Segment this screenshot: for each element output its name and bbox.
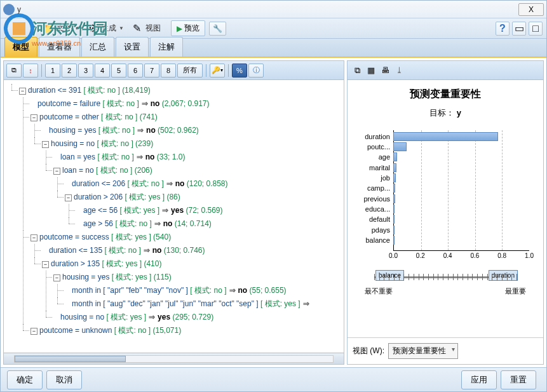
expand-toggle[interactable]: − xyxy=(53,274,60,281)
app-window: y X 河东软件园 www.pc0359.cn 📁 文件 ▼ ⚙ 生成 ▼ ✎ … xyxy=(0,0,547,392)
expand-toggle[interactable]: − xyxy=(42,141,49,148)
bar xyxy=(393,173,396,182)
level-8[interactable]: 8 xyxy=(161,64,176,78)
help-icon: ? xyxy=(499,23,506,34)
ok-button[interactable]: 确定 xyxy=(7,370,43,389)
expand-icon: ↕ xyxy=(29,67,32,74)
bar-label: poutc... xyxy=(367,143,393,151)
level-4[interactable]: 4 xyxy=(95,64,110,78)
tree-node[interactable]: housing = no [ 模式: yes ]⇒yes (295; 0.729… xyxy=(42,311,344,324)
cancel-button[interactable]: 取消 xyxy=(46,370,82,389)
tree-node[interactable]: −duration <= 391 [ 模式: no ] (18,419)pout… xyxy=(8,84,344,337)
preview-label: 预览 xyxy=(184,23,199,34)
expand-toggle[interactable]: − xyxy=(65,194,72,201)
tab-annotate[interactable]: 注解 xyxy=(150,37,183,57)
copy-icon: ⧉ xyxy=(11,66,17,74)
tree-node[interactable]: −poutcome = unknown [ 模式: no ] (15,071) xyxy=(19,324,344,337)
bar xyxy=(393,205,395,213)
bar-row: balance xyxy=(393,236,529,245)
watermark-url: www.pc0359.cn xyxy=(32,39,81,47)
chart-export-icon[interactable]: ⤓ xyxy=(393,65,405,76)
copy-button[interactable]: ⧉ xyxy=(6,64,22,78)
slider-min-box[interactable]: balance xyxy=(375,270,404,281)
expand-toggle[interactable]: − xyxy=(19,88,26,95)
info-button[interactable]: ⓘ xyxy=(248,64,264,78)
info-icon: ⓘ xyxy=(253,65,260,75)
expand-toggle[interactable]: − xyxy=(42,261,49,268)
horizontal-scrollbar[interactable] xyxy=(4,353,344,364)
expand-button[interactable]: ↕ xyxy=(23,64,38,78)
level-6[interactable]: 6 xyxy=(128,64,143,78)
tree-node[interactable]: month in [ "apr" "feb" "may" "nov" ] [ 模… xyxy=(53,284,344,297)
target-value: y xyxy=(457,108,461,118)
minimize-button[interactable]: ▭ xyxy=(512,22,526,36)
content-area: ⧉ ↕ 1 2 3 4 5 6 7 8 所有 🔑▾ % ⓘ −duration … xyxy=(1,58,546,367)
tree-node[interactable]: loan = yes [ 模式: no ]⇒no (33; 1.0) xyxy=(42,151,344,164)
tree-node[interactable]: duration <= 135 [ 模式: no ]⇒no (130; 0.74… xyxy=(30,244,344,257)
level-5[interactable]: 5 xyxy=(111,64,126,78)
slider-max-label: 最重要 xyxy=(505,287,526,296)
level-7[interactable]: 7 xyxy=(144,64,159,78)
tree-node[interactable]: −poutcome = other [ 模式: no ] (741)housin… xyxy=(19,111,344,231)
preview-button[interactable]: ▶ 预览 xyxy=(171,20,205,36)
tool-button[interactable]: 🔧 xyxy=(209,22,226,36)
bar-label: camp... xyxy=(367,184,393,192)
level-all[interactable]: 所有 xyxy=(177,64,203,78)
tree-node[interactable]: age <= 56 [ 模式: yes ]⇒yes (72; 0.569) xyxy=(65,204,344,217)
apply-button[interactable]: 应用 xyxy=(461,370,497,389)
bar xyxy=(393,152,397,161)
expand-toggle[interactable]: − xyxy=(30,114,37,121)
bar-row: pdays xyxy=(393,225,529,234)
level-1[interactable]: 1 xyxy=(45,64,60,78)
chart-table-icon[interactable]: ▦ xyxy=(365,65,377,76)
chart-toolbar: ⧉ ▦ 🖶 ⤓ xyxy=(348,61,543,80)
watermark: 河东软件园 www.pc0359.cn xyxy=(3,13,108,44)
watermark-logo xyxy=(3,13,35,44)
tree-node[interactable]: −poutcome = success [ 模式: yes ] (540)dur… xyxy=(19,231,344,324)
bar xyxy=(393,236,395,245)
bar xyxy=(393,215,395,224)
decision-tree[interactable]: −duration <= 391 [ 模式: no ] (18,419)pout… xyxy=(4,80,344,353)
bar-label: duration xyxy=(365,133,393,140)
bar xyxy=(393,184,395,193)
expand-toggle[interactable]: − xyxy=(30,328,37,335)
expand-toggle[interactable]: − xyxy=(53,168,60,175)
chart-copy-icon[interactable]: ⧉ xyxy=(351,65,363,76)
help-button[interactable]: ? xyxy=(496,22,510,36)
close-button[interactable]: X xyxy=(518,3,544,16)
tree-node[interactable]: −housing = no [ 模式: no ] (239)loan = yes… xyxy=(30,137,344,231)
tree-node[interactable]: −housing = yes [ 模式: yes ] (115)month in… xyxy=(42,271,344,311)
generate-dropdown-icon[interactable]: ▼ xyxy=(119,25,124,31)
maximize-button[interactable]: □ xyxy=(529,22,543,36)
tree-node[interactable]: −duration > 135 [ 模式: yes ] (410)−housin… xyxy=(30,257,344,324)
tree-node[interactable]: poutcome = failure [ 模式: no ]⇒no (2,067;… xyxy=(19,97,344,111)
menu-view[interactable]: 视图 xyxy=(145,23,161,34)
level-3[interactable]: 3 xyxy=(78,64,93,78)
tree-node[interactable]: housing = yes [ 模式: no ]⇒no (502; 0.962) xyxy=(30,124,344,137)
bar-label: previous xyxy=(363,195,393,203)
bar-row: marital xyxy=(393,163,529,172)
tree-node[interactable]: age > 56 [ 模式: no ]⇒no (14; 0.714) xyxy=(65,217,344,231)
view-selector: 视图 (W): 预测变量重要性 xyxy=(348,337,543,364)
level-2[interactable]: 2 xyxy=(62,64,77,78)
expand-toggle[interactable]: − xyxy=(30,234,37,241)
bar-label: job xyxy=(381,174,393,182)
target-label: 目标： xyxy=(429,108,454,118)
bar-row: poutc... xyxy=(393,142,529,151)
tree-node[interactable]: duration <= 206 [ 模式: no ]⇒no (120; 0.85… xyxy=(53,177,344,191)
tree-node[interactable]: month in [ "aug" "dec" "jan" "jul" "jun"… xyxy=(53,297,344,311)
bar-label: pdays xyxy=(372,226,393,234)
view-dropdown[interactable]: 预测变量重要性 xyxy=(388,343,458,359)
bar xyxy=(393,132,498,141)
tree-node[interactable]: −loan = no [ 模式: no ] (206)duration <= 2… xyxy=(42,164,344,231)
tree-node[interactable]: −duration > 206 [ 模式: yes ] (86)age <= 5… xyxy=(53,191,344,231)
tab-settings[interactable]: 设置 xyxy=(116,37,149,57)
chart-print-icon[interactable]: 🖶 xyxy=(379,65,391,76)
slider-max-box[interactable]: duration xyxy=(489,270,518,281)
key-button[interactable]: 🔑▾ xyxy=(210,64,225,78)
maximize-icon: □ xyxy=(532,23,539,34)
bar-row: age xyxy=(393,152,529,162)
view-icon: ✎ xyxy=(132,23,143,34)
percent-button[interactable]: % xyxy=(232,64,247,78)
reset-button[interactable]: 重置 xyxy=(501,370,536,389)
